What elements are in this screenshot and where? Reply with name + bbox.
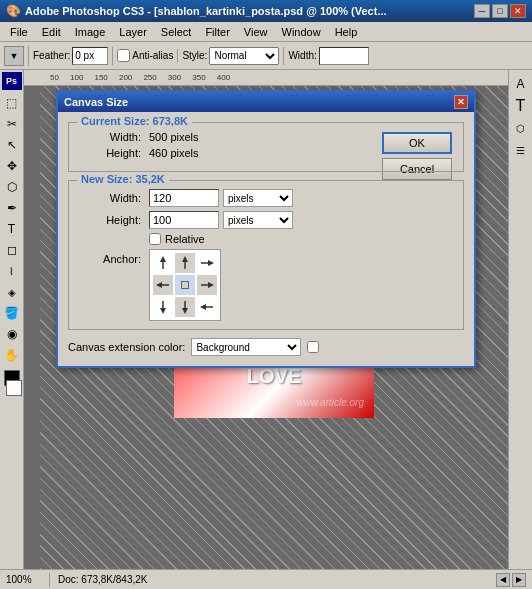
tool-lasso[interactable]: ✂ xyxy=(2,114,22,134)
app-icon: 🎨 xyxy=(6,4,21,18)
relative-checkbox[interactable] xyxy=(149,233,161,245)
height-unit-select[interactable]: pixels inches cm percent xyxy=(223,211,293,229)
dialog-title: Canvas Size xyxy=(64,96,128,108)
current-width-value: 500 pixels xyxy=(149,131,199,143)
menu-edit[interactable]: Edit xyxy=(36,24,67,40)
current-height-row: Height: 460 pixels xyxy=(81,147,451,159)
extension-color-select[interactable]: Background Foreground White Black Gray O… xyxy=(191,338,301,356)
color-swatches xyxy=(2,370,22,396)
tool-marquee[interactable]: ⬚ xyxy=(2,93,22,113)
tool-hand[interactable]: ✋ xyxy=(2,345,22,365)
anchor-bottom-center[interactable] xyxy=(175,297,195,317)
anchor-bottom-right[interactable] xyxy=(197,297,217,317)
anti-alias-checkbox[interactable] xyxy=(117,49,130,62)
anchor-bottom-left[interactable] xyxy=(153,297,173,317)
svg-marker-15 xyxy=(200,304,206,310)
current-size-label: Current Size: 673,8K xyxy=(77,115,192,127)
tool-text[interactable]: T xyxy=(2,219,22,239)
status-divider xyxy=(49,573,50,587)
svg-marker-13 xyxy=(182,308,188,314)
tool-magic-wand[interactable]: ✥ xyxy=(2,156,22,176)
right-tool-4[interactable]: ☰ xyxy=(511,140,531,160)
dialog-overlay: Canvas Size ✕ OK Cancel Current Size: 67… xyxy=(24,70,508,569)
nav-left[interactable]: ◀ xyxy=(496,573,510,587)
current-height-value: 460 pixels xyxy=(149,147,199,159)
new-size-group: New Size: 35,2K Width: pixels inches cm … xyxy=(68,180,464,330)
tool-fill[interactable]: 🪣 xyxy=(2,303,22,323)
anchor-top-right[interactable] xyxy=(197,253,217,273)
width-input[interactable] xyxy=(319,47,369,65)
toolbar: ▼ Feather: Anti-alias Style: Normal Fixe… xyxy=(0,42,532,70)
tool-brush[interactable]: ⌇ xyxy=(2,261,22,281)
menu-image[interactable]: Image xyxy=(69,24,112,40)
width-unit-select[interactable]: pixels inches cm percent xyxy=(223,189,293,207)
menu-filter[interactable]: Filter xyxy=(199,24,235,40)
dialog-body: OK Cancel Current Size: 673,8K Width: 50… xyxy=(58,112,474,366)
tool-eraser[interactable]: ◈ xyxy=(2,282,22,302)
document-info: Doc: 673,8K/843,2K xyxy=(58,574,488,585)
ps-logo: Ps xyxy=(2,72,22,90)
anchor-middle-left[interactable] xyxy=(153,275,173,295)
canvas-size-dialog: Canvas Size ✕ OK Cancel Current Size: 67… xyxy=(56,90,476,368)
menu-layer[interactable]: Layer xyxy=(113,24,153,40)
extension-color-checkbox[interactable] xyxy=(307,341,319,353)
anchor-top-center[interactable] xyxy=(175,253,195,273)
tool-preset-button[interactable]: ▼ xyxy=(4,46,24,66)
minimize-button[interactable]: ─ xyxy=(474,4,490,18)
new-width-label: Width: xyxy=(81,192,141,204)
dialog-close-button[interactable]: ✕ xyxy=(454,95,468,109)
svg-marker-1 xyxy=(160,256,166,262)
menu-select[interactable]: Select xyxy=(155,24,198,40)
nav-arrows: ◀ ▶ xyxy=(496,573,526,587)
tools-panel: Ps ⬚ ✂ ↖ ✥ ⬡ ✒ T ◻ ⌇ ◈ 🪣 ◉ ✋ xyxy=(0,70,24,569)
canvas-area: 50 100 150 200 250 300 350 400 LOVE www.… xyxy=(24,70,508,569)
toolbar-width-section: Width: xyxy=(288,47,368,65)
anchor-row: Anchor: xyxy=(81,249,451,321)
menu-window[interactable]: Window xyxy=(276,24,327,40)
feather-input[interactable] xyxy=(72,47,108,65)
anchor-grid xyxy=(149,249,221,321)
toolbar-tools-section: ▼ xyxy=(4,46,29,66)
anti-alias-label: Anti-alias xyxy=(132,50,173,61)
menu-bar: File Edit Image Layer Select Filter View… xyxy=(0,22,532,42)
right-tool-1[interactable]: A xyxy=(511,74,531,94)
dialog-body-wrapper: OK Cancel Current Size: 673,8K Width: 50… xyxy=(68,122,464,356)
nav-right[interactable]: ▶ xyxy=(512,573,526,587)
style-label: Style: xyxy=(182,50,207,61)
tool-shape[interactable]: ◻ xyxy=(2,240,22,260)
width-label: Width: xyxy=(288,50,316,61)
anchor-label: Anchor: xyxy=(81,249,141,265)
tool-move[interactable]: ↖ xyxy=(2,135,22,155)
title-bar: 🎨 Adobe Photoshop CS3 - [shablon_kartink… xyxy=(0,0,532,22)
title-bar-controls: ─ □ ✕ xyxy=(474,4,526,18)
menu-help[interactable]: Help xyxy=(329,24,364,40)
right-tool-2[interactable]: T xyxy=(511,96,531,116)
tool-pen[interactable]: ✒ xyxy=(2,198,22,218)
toolbar-feather-section: Feather: xyxy=(33,47,113,65)
anchor-top-left[interactable] xyxy=(153,253,173,273)
maximize-button[interactable]: □ xyxy=(492,4,508,18)
background-color[interactable] xyxy=(6,380,22,396)
anchor-middle-right[interactable] xyxy=(197,275,217,295)
menu-file[interactable]: File xyxy=(4,24,34,40)
relative-label: Relative xyxy=(165,233,205,245)
menu-view[interactable]: View xyxy=(238,24,274,40)
dialog-title-bar: Canvas Size ✕ xyxy=(58,92,474,112)
right-tool-3[interactable]: ⬡ xyxy=(511,118,531,138)
new-width-input[interactable] xyxy=(149,189,219,207)
tool-crop[interactable]: ⬡ xyxy=(2,177,22,197)
new-height-label: Height: xyxy=(81,214,141,226)
status-bar: 100% Doc: 673,8K/843,2K ◀ ▶ xyxy=(0,569,532,589)
svg-marker-7 xyxy=(156,282,162,288)
right-panel: A T ⬡ ☰ xyxy=(508,70,532,569)
extension-color-label: Canvas extension color: xyxy=(68,341,185,353)
zoom-level: 100% xyxy=(6,574,41,585)
anchor-center[interactable] xyxy=(175,275,195,295)
svg-marker-5 xyxy=(208,260,214,266)
style-select[interactable]: Normal Fixed Ratio Fixed Size xyxy=(209,47,279,65)
new-height-input[interactable] xyxy=(149,211,219,229)
close-button[interactable]: ✕ xyxy=(510,4,526,18)
tool-dodge[interactable]: ◉ xyxy=(2,324,22,344)
toolbar-antialias-section: Anti-alias xyxy=(117,49,178,62)
current-size-group: Current Size: 673,8K Width: 500 pixels H… xyxy=(68,122,464,172)
